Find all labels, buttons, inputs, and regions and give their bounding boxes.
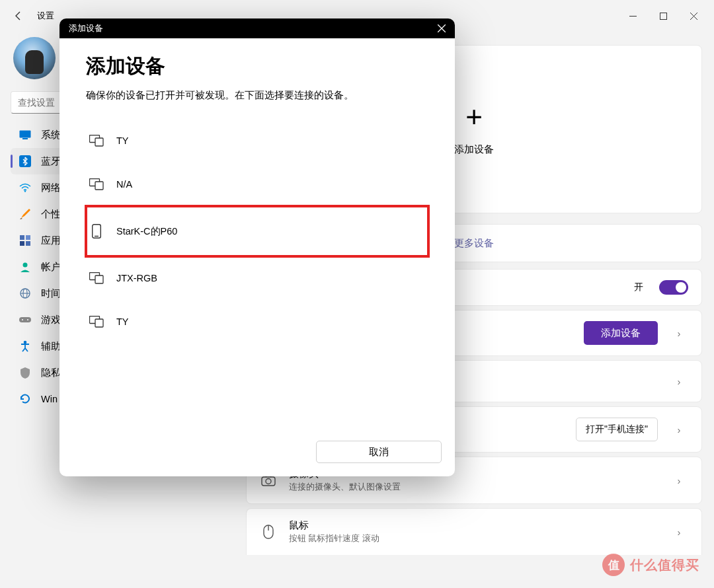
close-icon	[438, 24, 446, 32]
svg-rect-25	[95, 138, 103, 146]
display-icon	[89, 176, 104, 192]
cancel-button[interactable]: 取消	[316, 441, 442, 463]
dialog-footer: 取消	[60, 441, 455, 476]
watermark: 值 什么值得买	[602, 554, 699, 576]
display-icon	[89, 133, 104, 149]
add-device-dialog: 添加设备 添加设备 确保你的设备已打开并可被发现。在下面选择要连接的设备。 TY…	[60, 18, 455, 476]
svg-rect-31	[95, 276, 103, 283]
device-name: N/A	[116, 179, 132, 190]
watermark-text: 什么值得买	[630, 556, 699, 574]
device-item[interactable]: TY	[86, 300, 428, 344]
dialog-header: 添加设备	[60, 18, 455, 38]
device-item-highlighted[interactable]: StarK-C的P60	[86, 206, 428, 256]
dialog-subtitle: 确保你的设备已打开并可被发现。在下面选择要连接的设备。	[86, 89, 428, 102]
watermark-badge: 值	[602, 554, 625, 576]
device-item[interactable]: TY	[86, 119, 428, 163]
device-name: StarK-C的P60	[116, 225, 177, 238]
svg-rect-27	[95, 182, 103, 190]
svg-rect-33	[95, 319, 103, 327]
device-name: TY	[116, 135, 129, 146]
dialog-header-title: 添加设备	[69, 23, 103, 34]
display-icon	[89, 314, 104, 330]
device-name: TY	[116, 316, 129, 327]
display-icon	[89, 270, 104, 286]
device-item[interactable]: JTX-RGB	[86, 256, 428, 300]
device-list: TY N/A StarK-C的P60 JTX-RGB TY	[86, 119, 428, 344]
dialog-close-button[interactable]	[438, 24, 446, 32]
dialog-title: 添加设备	[86, 53, 428, 80]
dialog-body: 添加设备 确保你的设备已打开并可被发现。在下面选择要连接的设备。 TY N/A …	[60, 38, 455, 441]
device-name: JTX-RGB	[116, 273, 157, 283]
device-item[interactable]: N/A	[86, 163, 428, 206]
phone-icon	[89, 223, 104, 239]
modal-backdrop: 添加设备 添加设备 确保你的设备已打开并可被发现。在下面选择要连接的设备。 TY…	[0, 0, 714, 588]
